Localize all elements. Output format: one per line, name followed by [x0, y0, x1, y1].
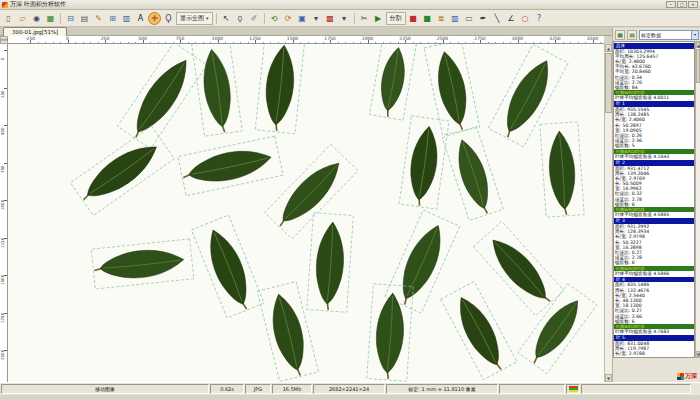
- text-tool-icon[interactable]: A: [134, 12, 147, 25]
- panel-scroll-down-icon[interactable]: ▼: [696, 351, 700, 357]
- app-icon: [2, 2, 8, 8]
- ruler-label: 2000: [0, 350, 5, 360]
- ruler-label: 2250: [399, 36, 410, 41]
- image-icon[interactable]: ▦: [44, 12, 57, 25]
- ruler-label: 1750: [324, 36, 335, 41]
- print-icon[interactable]: ▤: [78, 12, 91, 25]
- leaf[interactable]: [250, 44, 311, 139]
- angle-tool-icon[interactable]: ∠: [505, 12, 518, 25]
- rotate-left-icon[interactable]: ⟲: [268, 12, 281, 25]
- scroll-up-icon[interactable]: ▲: [605, 44, 612, 52]
- panel-scroll-up-icon[interactable]: ▲: [696, 42, 700, 48]
- ruler-label: 3250: [549, 36, 560, 41]
- ruler-minor-tick: [488, 42, 489, 44]
- calibration-dropdown-label: 标定数据: [641, 32, 661, 38]
- palette-dropdown-icon[interactable]: ▾: [338, 12, 351, 25]
- grid-dropdown-icon[interactable]: ▾: [310, 12, 323, 25]
- new-file-icon[interactable]: ▯: [2, 12, 15, 25]
- circle-tool-icon[interactable]: ○: [519, 12, 532, 25]
- minimize-button[interactable]: ─: [666, 1, 676, 8]
- leaf[interactable]: [172, 130, 288, 201]
- help-icon[interactable]: ?: [533, 12, 546, 25]
- image-tab[interactable]: 300-01.jpg[51%]: [3, 27, 67, 36]
- zoom-tool-icon[interactable]: Ϙ: [162, 12, 175, 25]
- status-empty-1: [499, 384, 565, 394]
- scissors-icon[interactable]: ✂: [358, 12, 371, 25]
- ruler-label: 0: [66, 36, 69, 41]
- ruler-minor-tick: [38, 42, 39, 44]
- pan-tool-icon[interactable]: ✛: [148, 12, 161, 25]
- ruler-minor-tick: [390, 42, 391, 44]
- status-time: 0.62s: [210, 384, 244, 394]
- pointer-icon[interactable]: ↖: [220, 12, 233, 25]
- leaf-blade: [377, 46, 409, 113]
- close-button[interactable]: ✕: [688, 1, 698, 8]
- serration-angle-row: 叶缘平均锯齿角值 4.5866: [614, 271, 694, 276]
- ruler-icon[interactable]: ▭: [463, 12, 476, 25]
- leaf[interactable]: [86, 233, 199, 294]
- fit-view-button[interactable]: 显示全图▾: [176, 12, 213, 25]
- main-toolbar: ▯▱◉▦⊟▤✎⊞▥A✛Ϙ显示全图▾↖ϙ✐⟲⟳▣▾▩▾✂▶分割■■≣▥▭✒╲∠○?: [0, 10, 700, 27]
- ruler-minor-tick: [263, 42, 264, 44]
- marker-pen-icon[interactable]: ✐: [248, 12, 261, 25]
- ruler-minor-tick: [428, 42, 429, 44]
- image-canvas[interactable]: [8, 44, 604, 382]
- green-marker-icon[interactable]: ■: [421, 12, 434, 25]
- red-marker-icon[interactable]: ■: [407, 12, 420, 25]
- leaf-blade: [127, 53, 197, 139]
- ruler-minor-tick: [525, 42, 526, 44]
- ruler-minor-tick: [278, 42, 279, 44]
- magnifier-icon[interactable]: ϙ: [234, 12, 247, 25]
- report-icon[interactable]: ▥: [120, 12, 133, 25]
- results-panel: ▦ ▤ 标定数据 ▾ 总体面积: 10303.2994平均周长: 125.645…: [612, 28, 700, 382]
- ruler-label: 500: [0, 127, 5, 135]
- ruler-label: 1500: [287, 36, 298, 41]
- panel-scrollbar[interactable]: ▲ ▼: [695, 41, 700, 358]
- save-icon[interactable]: ⊟: [64, 12, 77, 25]
- leaf-blade: [266, 291, 311, 373]
- maximize-button[interactable]: □: [677, 1, 687, 8]
- grid-view-icon[interactable]: ▣: [296, 12, 309, 25]
- color-flag-icon[interactable]: ≣: [435, 12, 448, 25]
- toolbar-separator: [216, 13, 217, 24]
- ruler-label: 3000: [512, 36, 523, 41]
- leaf[interactable]: [301, 208, 358, 317]
- ruler-tick: [4, 88, 7, 89]
- rotate-right-icon[interactable]: ⟳: [282, 12, 295, 25]
- pen-icon[interactable]: ✒: [477, 12, 490, 25]
- calibration-dropdown[interactable]: 标定数据 ▾: [639, 30, 699, 40]
- palette-icon[interactable]: ▩: [324, 12, 337, 25]
- ruler-minor-tick: [563, 42, 564, 44]
- wanshen-logo: 万深: [677, 372, 697, 381]
- ruler-minor-tick: [540, 42, 541, 44]
- panel-scrollbar-thumb[interactable]: [696, 49, 700, 83]
- table-icon[interactable]: ▦: [615, 30, 625, 40]
- window-controls: ─ □ ✕: [666, 1, 698, 8]
- ruler-minor-tick: [203, 42, 204, 44]
- leaf[interactable]: [361, 279, 418, 382]
- ruler-minor-tick: [375, 42, 376, 44]
- leaf[interactable]: [186, 44, 248, 142]
- canvas-scrollbar-thumb[interactable]: [605, 53, 612, 113]
- canvas-scrollbar[interactable]: ▲ ▼: [604, 44, 612, 382]
- ruler-unit-box[interactable]: mm: [0, 36, 8, 44]
- leaf-blade: [484, 232, 555, 307]
- pencil-icon[interactable]: ✎: [92, 12, 105, 25]
- status-mode: 移动图像: [1, 384, 209, 394]
- camera-icon[interactable]: ◉: [30, 12, 43, 25]
- copy-icon[interactable]: ⊞: [106, 12, 119, 25]
- ruler-minor-tick: [315, 42, 316, 44]
- scroll-down-icon[interactable]: ▼: [605, 374, 612, 382]
- chart-icon[interactable]: ▥: [449, 12, 462, 25]
- open-folder-icon[interactable]: ▱: [16, 12, 29, 25]
- leaf[interactable]: [535, 117, 590, 222]
- line-tool-icon[interactable]: ╲: [491, 12, 504, 25]
- split-button[interactable]: 分割: [386, 12, 406, 25]
- ruler-label: 0: [0, 57, 5, 60]
- play-icon[interactable]: ▶: [372, 12, 385, 25]
- leaf-blade: [374, 292, 406, 374]
- export-icon[interactable]: ▤: [627, 30, 637, 40]
- ruler-minor-tick: [503, 42, 504, 44]
- serration-angle-row: 叶缘平均锯齿角值 4.1643: [614, 154, 694, 159]
- ruler-label: 1250: [249, 36, 260, 41]
